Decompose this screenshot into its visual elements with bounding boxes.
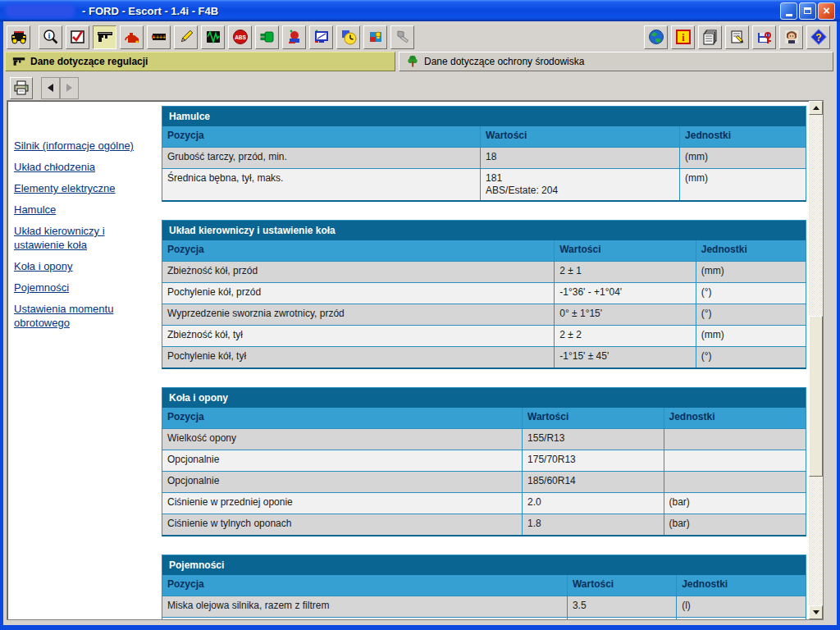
- axe-tool-button[interactable]: [390, 25, 414, 49]
- tab-adjustment-data[interactable]: Dane dotyczące regulacji: [5, 52, 395, 71]
- monitor-diagnostics-button[interactable]: [309, 25, 333, 49]
- table-cell: (bar): [664, 514, 806, 535]
- fuel-system-button[interactable]: [282, 25, 306, 49]
- notes-edit-icon: [729, 29, 746, 45]
- table-cell: 0° ± 1°15': [555, 304, 696, 325]
- main-toolbar: i ++++ ABS i ?: [3, 23, 837, 51]
- back-arrow-icon: [48, 84, 53, 92]
- minimize-button[interactable]: [780, 2, 797, 20]
- maximize-button[interactable]: [799, 2, 816, 20]
- manual-info-icon: i: [675, 29, 692, 45]
- oil-can-icon: [124, 29, 140, 45]
- table-cell: Jednostki: [664, 408, 806, 428]
- service-clock-icon: [340, 29, 357, 45]
- lubricants-button[interactable]: [120, 25, 144, 49]
- edit-pencil-button[interactable]: [174, 25, 198, 49]
- checklist-button[interactable]: [66, 25, 89, 49]
- table-cell: 155/R13: [523, 429, 664, 450]
- window-controls: ×: [780, 2, 835, 20]
- table-cell: Pozycja: [162, 575, 568, 596]
- globe-icon: [648, 29, 664, 45]
- help-button[interactable]: ?: [806, 25, 830, 49]
- adjustment-data-button[interactable]: [93, 25, 116, 49]
- printer-icon: [12, 79, 30, 97]
- svg-text:?: ?: [815, 32, 821, 43]
- close-button[interactable]: ×: [818, 2, 835, 20]
- svg-text:ABS: ABS: [235, 34, 246, 40]
- sidebar-link-1[interactable]: Silnik (informacje ogólne): [14, 139, 150, 153]
- table-cell: [568, 618, 677, 619]
- table-row: Zbieżność kół, tył2 ± 2(mm): [162, 325, 806, 346]
- scroll-up-icon: [813, 106, 819, 110]
- table-row: Średnica bębna, tył, maks.181 ABS/Estate…: [162, 168, 806, 200]
- sidebar-link-4[interactable]: Hamulce: [14, 203, 150, 217]
- checklist-icon: [70, 29, 86, 45]
- data-table-2: Układ kierowniczy i ustawienie kołaPozyc…: [162, 220, 806, 369]
- table-cell: -1°36' - +1°04': [555, 283, 696, 304]
- table-cell: [664, 472, 806, 492]
- table-cell: (mm): [680, 148, 806, 168]
- table-row: Opcjonalnie175/70R13: [162, 450, 806, 471]
- sidebar-link-2[interactable]: Układ chłodzenia: [14, 160, 150, 174]
- table-title: Pojemności: [162, 555, 806, 575]
- vehicle-icon: [11, 29, 27, 45]
- scrollbar-thumb[interactable]: [809, 316, 823, 477]
- table-cell: Pochylenie kół, przód: [162, 283, 555, 304]
- save-license-button[interactable]: [752, 25, 776, 49]
- connector-button[interactable]: [255, 25, 279, 49]
- table-cell: Wartości: [568, 575, 677, 596]
- engine-timing-button[interactable]: ++++: [147, 25, 171, 49]
- scroll-down-button[interactable]: [809, 605, 823, 619]
- abs-button[interactable]: ABS: [228, 25, 252, 49]
- vertical-scrollbar[interactable]: [809, 101, 823, 619]
- tree-icon: [406, 55, 419, 68]
- search-info-icon: i: [43, 29, 59, 45]
- engine-timing-icon: ++++: [151, 29, 167, 45]
- table-cell: 2 ± 2: [555, 326, 696, 346]
- table-cell: [664, 450, 806, 471]
- sidebar-link-8[interactable]: Ustawienia momentu obrotowego: [14, 302, 150, 330]
- table-cell: Zbieżność kół, tył: [162, 326, 555, 346]
- tab-label: Dane dotyczące ochrony środowiska: [424, 56, 584, 67]
- table-cell: Wartości: [523, 408, 664, 428]
- svg-text:++++: ++++: [152, 34, 165, 40]
- tab-environmental-data[interactable]: Dane dotyczące ochrony środowiska: [399, 52, 833, 71]
- scroll-up-button[interactable]: [809, 101, 823, 115]
- print-button[interactable]: [10, 77, 33, 99]
- table-title: Hamulce: [162, 107, 806, 126]
- globe-button[interactable]: [644, 25, 668, 49]
- alarm-system-button[interactable]: [363, 25, 387, 49]
- table-cell: (bar): [664, 493, 806, 514]
- vehicle-button[interactable]: [7, 25, 30, 49]
- table-header-row: PozycjaWartościJednostki: [162, 408, 806, 428]
- table-cell: -1°15' ± 45': [555, 347, 696, 368]
- connector-icon: [259, 29, 276, 45]
- oscilloscope-button[interactable]: [201, 25, 225, 49]
- window-title: - FORD - Escort - 1.4i - F4B: [82, 5, 218, 17]
- help-icon: ?: [810, 29, 827, 45]
- table-row: Pochylenie kół, przód-1°36' - +1°04'(°): [162, 282, 806, 304]
- search-info-button[interactable]: i: [39, 25, 62, 49]
- table-row: Wielkość opony155/R13: [162, 428, 806, 450]
- sidebar-link-3[interactable]: Elementy elektryczne: [14, 181, 150, 195]
- table-cell: Jednostki: [677, 575, 806, 596]
- documents-icon: [702, 29, 719, 45]
- sidebar-link-7[interactable]: Pojemności: [14, 281, 150, 294]
- documents-button[interactable]: [698, 25, 722, 49]
- fuel-system-icon: [286, 29, 303, 45]
- forward-button[interactable]: [60, 77, 79, 99]
- sidebar-nav: Silnik (informacje ogólne)Układ chłodzen…: [7, 101, 162, 619]
- table-row: Grubość tarczy, przód, min.18(mm): [162, 147, 806, 168]
- sidebar-link-6[interactable]: Koła i opony: [14, 259, 150, 273]
- table-cell: (mm): [680, 169, 806, 200]
- notes-edit-button[interactable]: [725, 25, 749, 49]
- service-clock-button[interactable]: [336, 25, 360, 49]
- table-cell: (l): [677, 596, 806, 617]
- table-cell: 3.5: [568, 596, 677, 617]
- forward-arrow-icon: [66, 84, 72, 92]
- manual-info-button[interactable]: i: [671, 25, 695, 49]
- table-row: Zbieżność kół, przód2 ± 1(mm): [162, 261, 806, 282]
- sidebar-link-5[interactable]: Układ kierowniczy i ustawienie koła: [14, 224, 150, 252]
- back-button[interactable]: [41, 77, 60, 99]
- helpdesk-contact-button[interactable]: [779, 25, 803, 49]
